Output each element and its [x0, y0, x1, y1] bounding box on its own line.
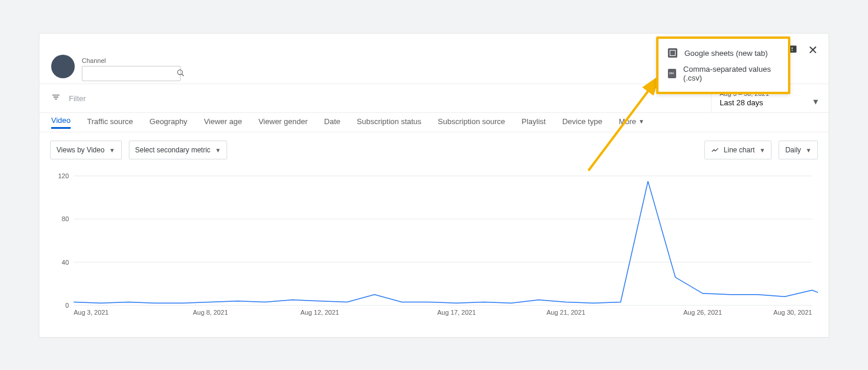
chevron-down-icon: ▾ [813, 96, 818, 107]
tab-date[interactable]: Date [324, 117, 340, 128]
filter-icon[interactable] [51, 92, 61, 104]
primary-metric-label: Views by Video [56, 146, 105, 154]
tab-more[interactable]: More▼ [618, 117, 644, 128]
channel-search-input[interactable] [86, 69, 177, 78]
svg-text:Aug 8, 2021: Aug 8, 2021 [193, 309, 228, 316]
chart-canvas: 04080120Aug 3, 2021Aug 8, 2021Aug 12, 20… [50, 170, 818, 323]
chart-type-dropdown[interactable]: Line chart ▼ [704, 141, 772, 159]
close-icon[interactable]: ✕ [808, 44, 818, 56]
search-icon[interactable] [177, 69, 185, 79]
svg-text:0: 0 [65, 302, 69, 309]
svg-text:Aug 21, 2021: Aug 21, 2021 [547, 309, 586, 316]
granularity-dropdown[interactable]: Daily ▼ [779, 141, 818, 159]
filter-placeholder[interactable]: Filter [69, 94, 86, 103]
svg-text:Aug 12, 2021: Aug 12, 2021 [301, 309, 340, 316]
date-range-label: Last 28 days [720, 98, 829, 107]
tab-viewer-age[interactable]: Viewer age [204, 117, 242, 128]
chevron-down-icon: ▼ [109, 147, 115, 154]
chevron-down-icon: ▼ [760, 147, 766, 154]
svg-text:80: 80 [62, 215, 69, 222]
svg-text:Aug 3, 2021: Aug 3, 2021 [74, 309, 109, 316]
dimension-tabs: VideoTraffic sourceGeographyViewer ageVi… [39, 113, 829, 132]
export-menu: Google sheets (new tab) Comma-separated … [656, 36, 790, 94]
tab-subscription-status[interactable]: Subscription status [357, 117, 421, 128]
tab-video[interactable]: Video [51, 116, 71, 129]
chart-area: Views by Video ▼ Select secondary metric… [39, 132, 829, 337]
svg-text:Aug 26, 2021: Aug 26, 2021 [683, 309, 722, 316]
csv-icon [668, 69, 676, 78]
tab-playlist[interactable]: Playlist [521, 117, 546, 128]
primary-metric-dropdown[interactable]: Views by Video ▼ [50, 141, 122, 159]
tab-device-type[interactable]: Device type [562, 117, 602, 128]
granularity-label: Daily [785, 146, 801, 154]
line-chart-icon [711, 146, 719, 154]
chart-type-label: Line chart [724, 146, 755, 154]
export-csv[interactable]: Comma-separated values (.csv) [661, 61, 786, 86]
channel-avatar[interactable] [51, 55, 75, 78]
svg-text:Aug 17, 2021: Aug 17, 2021 [437, 309, 476, 316]
svg-text:120: 120 [58, 172, 69, 179]
tab-viewer-gender[interactable]: Viewer gender [258, 117, 308, 128]
secondary-metric-dropdown[interactable]: Select secondary metric ▼ [129, 141, 228, 159]
svg-text:40: 40 [62, 259, 69, 266]
export-csv-label: Comma-separated values (.csv) [683, 65, 779, 82]
export-google-sheets-label: Google sheets (new tab) [684, 49, 768, 58]
tab-geography[interactable]: Geography [149, 117, 187, 128]
channel-label: Channel [82, 57, 106, 64]
secondary-metric-label: Select secondary metric [135, 146, 211, 154]
channel-search[interactable] [82, 66, 181, 81]
export-google-sheets[interactable]: Google sheets (new tab) [661, 45, 786, 61]
tab-subscription-source[interactable]: Subscription source [438, 117, 505, 128]
svg-line-1 [182, 74, 184, 76]
chevron-down-icon: ▼ [806, 147, 812, 154]
chevron-down-icon: ▼ [215, 147, 221, 154]
tab-traffic-source[interactable]: Traffic source [87, 117, 133, 128]
svg-text:Aug 30, 2021: Aug 30, 2021 [773, 309, 812, 316]
svg-point-0 [178, 69, 182, 74]
sheets-icon [668, 48, 677, 58]
